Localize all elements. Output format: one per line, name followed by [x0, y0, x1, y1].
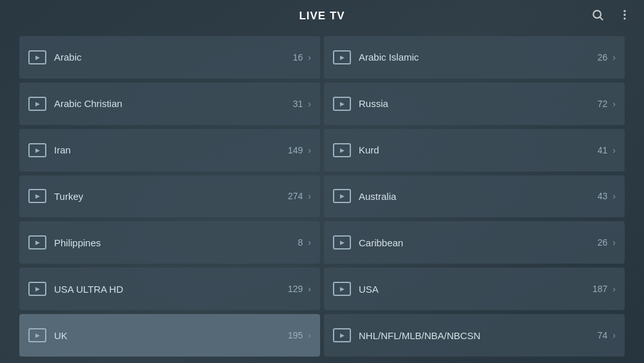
play-icon — [333, 328, 351, 342]
play-icon — [28, 282, 46, 296]
grid-item-arabic-christian[interactable]: Arabic Christian 31 › — [19, 83, 320, 125]
chevron-right-icon: › — [612, 99, 616, 109]
play-icon — [28, 328, 46, 342]
svg-point-4 — [623, 17, 625, 19]
item-label: Arabic Islamic — [359, 52, 598, 63]
header-actions — [589, 6, 634, 27]
chevron-right-icon: › — [612, 284, 616, 294]
app-container: LIVE TV Arabic 16 › — [0, 0, 644, 363]
item-label: NHL/NFL/MLB/NBA/NBCSN — [359, 330, 598, 341]
svg-point-3 — [623, 14, 625, 15]
chevron-right-icon: › — [308, 191, 311, 201]
item-label: Caribbean — [359, 237, 598, 248]
item-count: 187 — [592, 284, 607, 294]
chevron-right-icon: › — [612, 191, 616, 201]
play-icon — [333, 97, 351, 111]
grid-item-australia[interactable]: Australia 43 › — [324, 175, 625, 218]
grid-item-uk[interactable]: UK 195 › — [19, 314, 320, 357]
item-count: 16 — [293, 52, 303, 63]
chevron-right-icon: › — [308, 237, 311, 248]
item-count: 195 — [288, 330, 303, 340]
item-label: Australia — [359, 191, 598, 202]
item-label: UK — [54, 330, 288, 341]
chevron-right-icon: › — [308, 330, 311, 340]
item-label: Philippines — [54, 237, 298, 248]
chevron-right-icon: › — [612, 237, 616, 248]
item-label: Iran — [54, 144, 288, 155]
item-label: Turkey — [54, 191, 288, 202]
chevron-right-icon: › — [612, 330, 616, 340]
item-count: 26 — [598, 237, 608, 248]
chevron-right-icon: › — [308, 52, 311, 63]
item-label: Arabic — [54, 52, 293, 63]
item-label: USA ULTRA HD — [54, 284, 288, 295]
chevron-right-icon: › — [308, 99, 311, 109]
item-count: 43 — [598, 191, 608, 201]
play-icon — [333, 189, 351, 203]
item-count: 26 — [598, 52, 608, 63]
item-count: 8 — [298, 237, 303, 248]
grid-item-usa-ultra-hd[interactable]: USA ULTRA HD 129 › — [19, 268, 320, 310]
grid-item-nhl-nfl-mlb-nba-nbcsn[interactable]: NHL/NFL/MLB/NBA/NBCSN 74 › — [324, 314, 625, 357]
grid-item-turkey[interactable]: Turkey 274 › — [19, 175, 320, 218]
play-icon — [333, 143, 351, 157]
play-icon — [28, 143, 46, 157]
more-options-icon[interactable] — [616, 6, 634, 27]
play-icon — [28, 235, 46, 250]
item-count: 41 — [598, 145, 608, 155]
item-count: 31 — [293, 99, 303, 109]
search-icon[interactable] — [589, 6, 607, 27]
chevron-right-icon: › — [612, 52, 616, 63]
grid-item-philippines[interactable]: Philippines 8 › — [19, 221, 320, 264]
item-count: 274 — [288, 191, 303, 201]
item-label: USA — [359, 284, 592, 295]
grid-item-iran[interactable]: Iran 149 › — [19, 129, 320, 172]
chevron-right-icon: › — [308, 145, 311, 155]
item-count: 72 — [598, 99, 608, 109]
item-count: 74 — [598, 330, 608, 340]
play-icon — [333, 235, 351, 250]
grid-item-caribbean[interactable]: Caribbean 26 › — [324, 221, 625, 264]
item-count: 129 — [288, 284, 303, 294]
grid-item-usa[interactable]: USA 187 › — [324, 268, 625, 310]
item-label: Arabic Christian — [54, 98, 293, 109]
item-count: 149 — [288, 145, 303, 155]
grid-item-arabic[interactable]: Arabic 16 › — [19, 36, 320, 79]
grid-item-arabic-islamic[interactable]: Arabic Islamic 26 › — [324, 36, 625, 79]
chevron-right-icon: › — [612, 145, 616, 155]
play-icon — [333, 282, 351, 296]
play-icon — [28, 189, 46, 203]
item-label: Russia — [359, 98, 598, 109]
svg-point-2 — [623, 10, 625, 12]
play-icon — [333, 50, 351, 64]
page-title: LIVE TV — [299, 10, 345, 23]
play-icon — [28, 50, 46, 64]
grid-item-kurd[interactable]: Kurd 41 › — [324, 129, 625, 172]
play-icon — [28, 97, 46, 111]
svg-line-1 — [600, 17, 603, 19]
chevron-right-icon: › — [308, 284, 311, 294]
grid-item-russia[interactable]: Russia 72 › — [324, 83, 625, 125]
header: LIVE TV — [0, 0, 644, 32]
item-label: Kurd — [359, 144, 598, 155]
content-grid: Arabic 16 › Arabic Islamic 26 › Arabic C… — [0, 32, 644, 363]
